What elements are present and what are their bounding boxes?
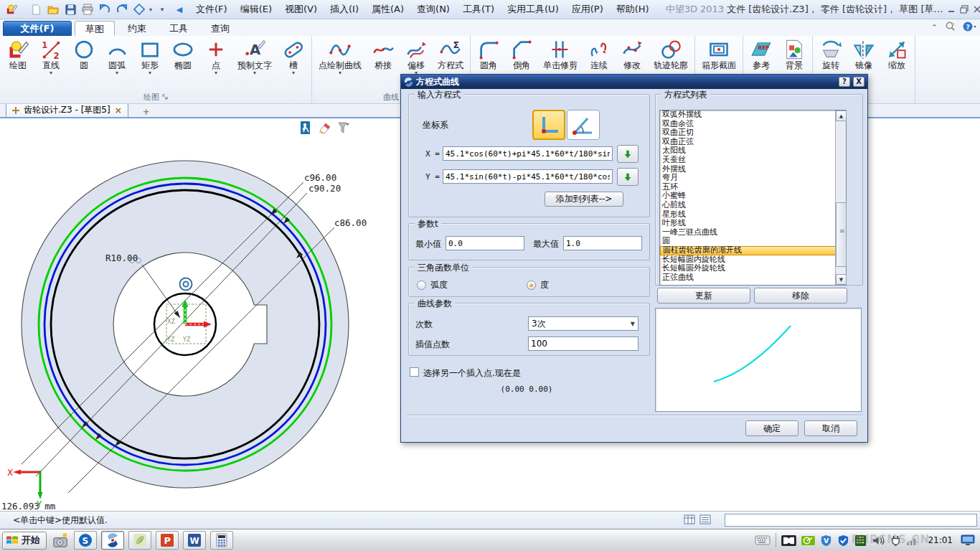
menu-item-0[interactable]: 文件(F)	[189, 1, 234, 17]
equation-list-item[interactable]: 星形线	[660, 210, 846, 220]
cancel-button[interactable]: 取消	[804, 420, 857, 436]
ribbon-button-circle[interactable]: 圆	[67, 36, 100, 77]
ribbon-button-sketch-draw[interactable]: 绘图	[1, 36, 34, 77]
menu-item-3[interactable]: 插入(I)	[324, 1, 365, 17]
ribbon-button-equation[interactable]: Σ方程式	[433, 36, 468, 77]
menu-item-9[interactable]: 帮助(H)	[610, 1, 656, 17]
equation-list[interactable]: 双弧外摆线双曲余弦双曲正切双曲正弦太阳线天蚕丝外摆线弯月五环小蜜蜂心脏线星形线叶…	[659, 110, 847, 286]
screenshot-tool-icon[interactable]	[51, 532, 70, 549]
equation-list-item[interactable]: 外摆线	[660, 165, 846, 174]
search-icon[interactable]	[945, 21, 956, 34]
equation-list-item[interactable]: 长短幅圆外旋轮线	[660, 264, 846, 273]
equation-list-scrollbar[interactable]: ▲ ▼	[835, 110, 846, 285]
ribbon-button-reference[interactable]: REF参考	[745, 36, 778, 77]
file-menu-button[interactable]: 文件(F)	[3, 21, 72, 36]
y-apply-button[interactable]	[617, 168, 639, 186]
ribbon-button-trim[interactable]: 单击修剪	[538, 36, 583, 77]
ribbon-button-arc[interactable]: 圆弧▾	[100, 36, 133, 77]
equation-list-item[interactable]: 双弧外摆线	[660, 110, 846, 120]
radian-radio[interactable]: 弧度	[417, 279, 448, 291]
color-grid-tray-icon[interactable]	[854, 534, 867, 547]
equation-list-item[interactable]: 正弦曲线	[660, 273, 846, 283]
new-tab-button[interactable]: +	[138, 107, 154, 117]
taskbar-app-word[interactable]: W	[183, 531, 206, 550]
keyboard-icon[interactable]	[755, 535, 771, 545]
equation-list-item[interactable]: 五环	[660, 183, 846, 192]
x-apply-button[interactable]	[617, 145, 639, 163]
remove-button[interactable]: 移除	[754, 288, 847, 303]
open-icon[interactable]	[46, 2, 60, 17]
window-close-icon[interactable]	[973, 3, 980, 16]
eraser-icon[interactable]	[319, 121, 331, 135]
new-file-icon[interactable]	[29, 2, 43, 17]
ribbon-tab-2[interactable]: 工具	[159, 21, 198, 36]
menu-item-1[interactable]: 编辑(E)	[234, 1, 278, 17]
undo-icon[interactable]	[98, 2, 112, 17]
tab-close-icon[interactable]: ×	[115, 105, 122, 116]
equation-list-item[interactable]: 心脏线	[660, 201, 846, 210]
menu-item-6[interactable]: 工具(T)	[456, 1, 501, 17]
dialog-title-bar[interactable]: 方程式曲线 ? X	[401, 75, 867, 89]
ribbon-button-underlay[interactable]: 背景	[778, 36, 811, 77]
shield-v-tray-icon[interactable]: V	[820, 534, 832, 547]
ribbon-button-rotate[interactable]: 旋转	[814, 36, 847, 77]
equation-list-item[interactable]: 一峰三驻点曲线	[660, 228, 846, 237]
ribbon-button-point[interactable]: 点▾	[199, 36, 232, 77]
ribbon-tab-1[interactable]: 约束	[118, 21, 156, 36]
group-expander-icon[interactable]	[162, 93, 168, 102]
degree-radio[interactable]: 度	[527, 279, 549, 291]
ribbon-button-rectangle[interactable]: 矩形▾	[133, 36, 166, 77]
equation-list-item[interactable]: 双曲正弦	[660, 138, 846, 147]
scroll-up-icon[interactable]: ▲	[836, 110, 847, 121]
ribbon-button-bridge[interactable]: 桥接	[367, 36, 400, 77]
equation-list-item[interactable]: 双曲正切	[660, 128, 846, 138]
network-signal-tray-icon[interactable]	[906, 535, 920, 546]
equation-list-item[interactable]: 叶形线	[660, 219, 846, 228]
print-icon[interactable]	[80, 2, 95, 17]
status-input-field[interactable]	[725, 514, 977, 527]
taskbar-app-leaf[interactable]	[128, 531, 151, 550]
redo-icon[interactable]	[115, 2, 129, 17]
taskbar-app-browser[interactable]: S	[74, 531, 97, 550]
add-to-list-button[interactable]: 添加到列表-->	[545, 192, 623, 207]
table-view-icon[interactable]	[684, 514, 695, 525]
dim-label-c96[interactable]: c96.00	[304, 172, 336, 183]
taskbar-app-zw3d[interactable]	[101, 531, 124, 550]
min-value-input[interactable]	[446, 236, 524, 250]
taskbar-app-calculator[interactable]	[210, 531, 233, 550]
menu-item-8[interactable]: 应用(P)	[565, 1, 610, 17]
ribbon-tab-0[interactable]: 草图	[75, 21, 115, 36]
ribbon-tab-3[interactable]: 查询	[201, 21, 240, 36]
window-minimize-icon[interactable]	[947, 3, 956, 16]
dim-label-c90[interactable]: c90.20	[308, 183, 341, 194]
dialog-close-button[interactable]: X	[853, 77, 864, 87]
equation-list-item-selected[interactable]: 圆柱齿轮齿廓的渐开线	[660, 246, 846, 255]
help-icon[interactable]: ?	[963, 22, 977, 34]
ribbon-button-scale[interactable]: 缩放	[880, 36, 913, 77]
ribbon-button-line[interactable]: 12直线▾	[34, 36, 67, 77]
nvidia-tray-icon[interactable]	[801, 535, 815, 546]
y-equation-input[interactable]	[443, 169, 613, 184]
ribbon-button-chamfer[interactable]: 倒角	[505, 36, 538, 77]
ribbon-button-slot[interactable]: 槽▾	[277, 36, 310, 77]
taskbar-app-powerpoint[interactable]: P	[156, 531, 179, 550]
equation-list-item[interactable]: 弯月	[660, 174, 846, 183]
collapse-left-icon[interactable]: ◀	[172, 2, 187, 17]
ribbon-button-box-section[interactable]: 箱形截面	[697, 36, 741, 77]
shield-check-tray-icon[interactable]	[837, 534, 849, 547]
ribbon-button-pretext[interactable]: A预制文字▾	[232, 36, 277, 77]
window-restore-icon[interactable]	[960, 3, 969, 16]
scrollbar-thumb[interactable]	[836, 202, 847, 267]
equation-list-item[interactable]: 太阳线	[660, 146, 846, 156]
ribbon-button-track[interactable]: 轨迹轮廓	[649, 36, 693, 77]
update-button[interactable]: 更新	[657, 288, 750, 303]
points-input[interactable]	[528, 336, 639, 351]
ribbon-button-mirror[interactable]: 镜像	[847, 36, 880, 77]
filter-icon[interactable]	[337, 121, 350, 135]
list-view-icon[interactable]	[699, 514, 711, 525]
insert-point-checkbox[interactable]	[410, 367, 419, 377]
ribbon-button-fillet[interactable]: 圆角	[472, 36, 505, 77]
scroll-down-icon[interactable]: ▼	[836, 274, 847, 285]
dialog-help-button[interactable]: ?	[839, 77, 850, 87]
ribbon-button-curve-by-points[interactable]: 点绘制曲线▾	[314, 36, 367, 77]
